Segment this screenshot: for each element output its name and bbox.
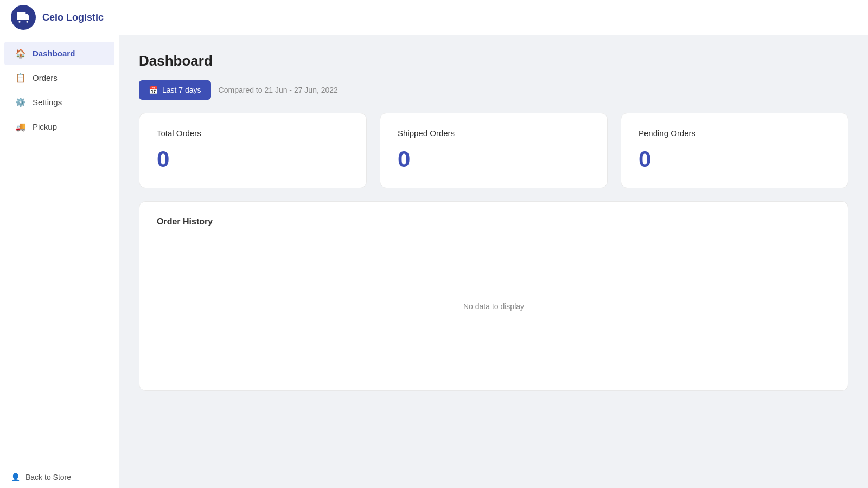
no-data-message: No data to display [157, 237, 831, 375]
logo [11, 5, 36, 30]
pending-orders-label: Pending Orders [639, 129, 831, 138]
order-history-title: Order History [157, 217, 831, 227]
sidebar-item-pickup[interactable]: 🚚 Pickup [4, 115, 114, 138]
back-to-store-icon: 👤 [11, 473, 20, 481]
truck-logo-icon [16, 10, 30, 24]
main-layout: 🏠 Dashboard 📋 Orders ⚙️ Settings 🚚 Picku… [0, 35, 868, 488]
settings-icon: ⚙️ [15, 97, 26, 107]
pending-orders-card: Pending Orders 0 [621, 113, 848, 188]
home-icon: 🏠 [15, 48, 26, 59]
sidebar-label-settings: Settings [33, 98, 62, 107]
last-7-days-button[interactable]: 📅 Last 7 days [139, 80, 211, 100]
order-history-card: Order History No data to display [139, 201, 848, 391]
shipped-orders-card: Shipped Orders 0 [380, 113, 608, 188]
filter-bar: 📅 Last 7 days Compared to 21 Jun - 27 Ju… [139, 80, 848, 100]
total-orders-card: Total Orders 0 [139, 113, 367, 188]
compare-text: Compared to 21 Jun - 27 Jun, 2022 [219, 86, 338, 94]
total-orders-label: Total Orders [157, 129, 349, 138]
sidebar-label-pickup: Pickup [33, 122, 57, 131]
page-title: Dashboard [139, 53, 848, 69]
shipped-orders-value: 0 [398, 146, 590, 172]
header: Celo Logistic [0, 0, 868, 35]
pickup-icon: 🚚 [15, 121, 26, 132]
sidebar-item-settings[interactable]: ⚙️ Settings [4, 91, 114, 114]
main-content: Dashboard 📅 Last 7 days Compared to 21 J… [119, 35, 868, 488]
sidebar-label-dashboard: Dashboard [33, 49, 75, 58]
sidebar-item-orders[interactable]: 📋 Orders [4, 66, 114, 89]
back-to-store-button[interactable]: 👤 Back to Store [0, 466, 119, 488]
orders-icon: 📋 [15, 73, 26, 83]
stats-row: Total Orders 0 Shipped Orders 0 Pending … [139, 113, 848, 188]
calendar-icon: 📅 [149, 86, 158, 94]
pending-orders-value: 0 [639, 146, 831, 172]
sidebar-label-orders: Orders [33, 73, 58, 82]
brand-name: Celo Logistic [42, 12, 104, 23]
sidebar-item-dashboard[interactable]: 🏠 Dashboard [4, 42, 114, 65]
filter-button-label: Last 7 days [162, 86, 201, 94]
total-orders-value: 0 [157, 146, 349, 172]
sidebar: 🏠 Dashboard 📋 Orders ⚙️ Settings 🚚 Picku… [0, 35, 119, 488]
back-to-store-label: Back to Store [25, 473, 71, 481]
sidebar-nav: 🏠 Dashboard 📋 Orders ⚙️ Settings 🚚 Picku… [0, 35, 119, 466]
shipped-orders-label: Shipped Orders [398, 129, 590, 138]
